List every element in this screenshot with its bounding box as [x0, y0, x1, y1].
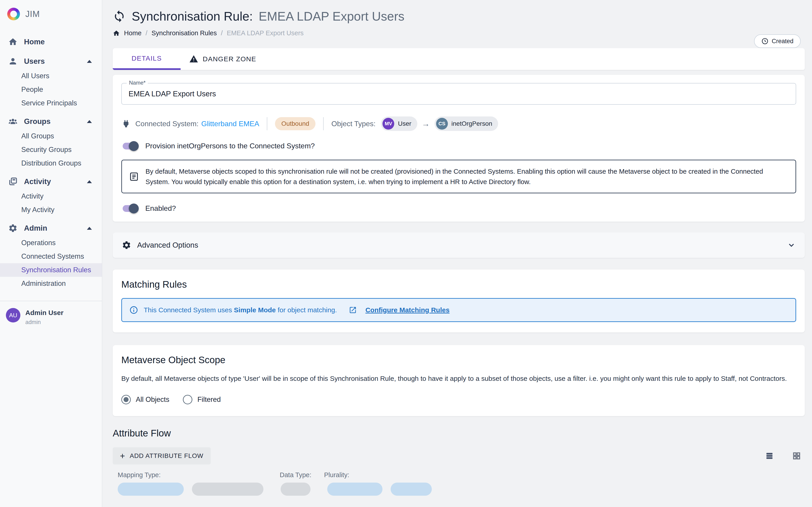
breadcrumb-separator: / [146, 30, 147, 37]
matching-rules-alert: This Connected System uses Simple Mode f… [121, 298, 796, 322]
sidebar-item-all-users[interactable]: All Users [0, 69, 102, 83]
title-rule-name: EMEA LDAP Export Users [259, 9, 404, 23]
name-field: Name* [121, 83, 796, 105]
tab-danger-zone[interactable]: DANGER ZONE [181, 48, 265, 70]
sidebar: JIM Home Users All Users People Service … [0, 0, 102, 507]
sidebar-item-all-groups[interactable]: All Groups [0, 129, 102, 143]
data-type-label: Data Type: [280, 471, 311, 479]
connected-system-row: Connected System: Glitterband EMEA Outbo… [121, 116, 796, 131]
sidebar-item-people[interactable]: People [0, 83, 102, 96]
app-logo[interactable]: JIM [0, 7, 102, 21]
tab-details[interactable]: DETAILS [113, 48, 181, 70]
sidebar-item-operations[interactable]: Operations [0, 236, 102, 250]
plus-icon: + [120, 453, 125, 459]
connected-system-link[interactable]: Glitterband EMEA [201, 120, 259, 128]
scope-radio-group: All Objects Filtered [121, 395, 796, 404]
object-type-target-chip: CS inetOrgPerson [435, 116, 498, 131]
sidebar-nav: Home Users All Users People Service Prin… [0, 34, 102, 290]
grid-view-icon[interactable] [792, 451, 801, 460]
note-icon [129, 171, 139, 182]
sidebar-item-users[interactable]: Users [0, 53, 102, 69]
enabled-toggle-row: Enabled? [121, 204, 796, 213]
sidebar-item-admin[interactable]: Admin [0, 220, 102, 236]
enabled-toggle-label: Enabled? [145, 204, 176, 213]
sidebar-item-groups[interactable]: Groups [0, 114, 102, 129]
provision-note: By default, Metaverse objects scoped to … [121, 160, 796, 193]
gear-icon [122, 240, 131, 250]
arrow-right-icon: → [422, 119, 430, 128]
alert-text-suffix: for object matching. [278, 306, 337, 314]
status-badge-created: Created [754, 35, 801, 48]
attribute-flow-title: Attribute Flow [113, 428, 805, 439]
provision-toggle-row: Provision inetOrgPersons to the Connecte… [121, 142, 796, 150]
provision-toggle-label: Provision inetOrgPersons to the Connecte… [145, 142, 315, 150]
sidebar-item-my-activity[interactable]: My Activity [0, 203, 102, 217]
avatar: AU [6, 308, 20, 323]
sidebar-user[interactable]: AU Admin User admin [0, 301, 102, 325]
attribute-flow-toolbar: + ADD ATTRIBUTE FLOW [113, 447, 805, 464]
plug-icon [121, 119, 135, 128]
radio-all-objects[interactable]: All Objects [121, 395, 169, 404]
radio-icon [121, 395, 131, 404]
breadcrumb-sync-rules[interactable]: Synchronisation Rules [151, 30, 217, 37]
name-input[interactable] [129, 90, 789, 98]
radio-icon [183, 395, 192, 404]
user-icon [8, 57, 18, 66]
caret-up-icon [87, 120, 92, 123]
add-attribute-flow-button[interactable]: + ADD ATTRIBUTE FLOW [113, 447, 211, 464]
sidebar-item-connected-systems[interactable]: Connected Systems [0, 250, 102, 263]
filter-chip[interactable] [391, 483, 432, 496]
filter-chip[interactable] [118, 483, 184, 496]
app-name: JIM [26, 9, 40, 19]
enabled-toggle[interactable] [123, 205, 138, 212]
warning-icon [189, 55, 198, 64]
advanced-options-accordion[interactable]: Advanced Options [113, 232, 805, 258]
alert-text-prefix: This Connected System uses [144, 306, 232, 314]
sync-icon [113, 10, 126, 23]
connected-system-label: Connected System: [135, 120, 199, 128]
chevron-down-icon[interactable] [787, 241, 796, 249]
provision-toggle[interactable] [123, 143, 138, 150]
filter-chip[interactable] [327, 483, 383, 496]
caret-up-icon [87, 227, 92, 230]
breadcrumb: Home / Synchronisation Rules / EMEA LDAP… [113, 30, 805, 37]
groups-icon [8, 117, 18, 126]
configure-matching-rules-link[interactable]: Configure Matching Rules [365, 306, 450, 314]
sidebar-item-activity[interactable]: Activity [0, 174, 102, 189]
alert-text-bold: Simple Mode [234, 306, 276, 314]
caret-up-icon [87, 180, 92, 183]
metaverse-scope-description: By default, all Metaverse objects of typ… [121, 373, 796, 384]
filter-chip[interactable] [281, 483, 310, 496]
provision-note-text: By default, Metaverse objects scoped to … [146, 166, 789, 187]
sidebar-item-activity-sub[interactable]: Activity [0, 189, 102, 203]
breadcrumb-current: EMEA LDAP Export Users [227, 30, 304, 37]
title-prefix: Synchronisation Rule: [132, 9, 253, 23]
external-link-icon [349, 306, 357, 314]
list-view-icon[interactable] [765, 451, 774, 460]
attribute-flow-filter-labels: Mapping Type: Data Type: Plurality: [113, 471, 805, 480]
main-content: Synchronisation Rule: EMEA LDAP Export U… [102, 0, 812, 507]
sidebar-item-service-principals[interactable]: Service Principals [0, 96, 102, 110]
radio-filtered[interactable]: Filtered [183, 395, 221, 404]
home-icon [113, 30, 120, 37]
filter-chip[interactable] [192, 483, 263, 496]
metaverse-scope-title: Metaverse Object Scope [121, 354, 796, 365]
sidebar-item-security-groups[interactable]: Security Groups [0, 143, 102, 157]
metaverse-badge: MV [383, 118, 394, 129]
caret-up-icon [87, 60, 92, 63]
divider [267, 117, 267, 130]
attribute-flow-filter-chips [113, 483, 805, 496]
sidebar-item-synchronisation-rules[interactable]: Synchronisation Rules [0, 263, 102, 277]
activity-layers-icon [8, 177, 18, 186]
matching-rules-title: Matching Rules [121, 279, 796, 290]
matching-rules-card: Matching Rules This Connected System use… [113, 270, 805, 332]
breadcrumb-home[interactable]: Home [124, 30, 142, 37]
object-type-source-chip: MV User [381, 116, 417, 131]
user-name: Admin User [26, 308, 63, 317]
sidebar-item-distribution-groups[interactable]: Distribution Groups [0, 157, 102, 170]
sidebar-item-administration[interactable]: Administration [0, 277, 102, 290]
gear-icon [8, 223, 18, 233]
mapping-type-label: Mapping Type: [118, 471, 161, 479]
page-title: Synchronisation Rule: EMEA LDAP Export U… [113, 9, 805, 23]
sidebar-item-home[interactable]: Home [0, 34, 102, 50]
